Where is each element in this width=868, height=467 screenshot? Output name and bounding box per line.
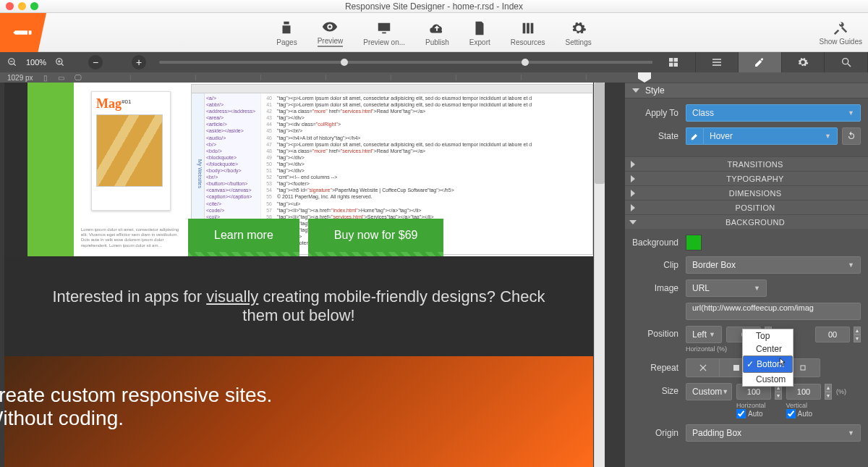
style-section-header[interactable]: Style (625, 83, 868, 98)
image-url-input[interactable]: url(http://www.coffeecup.com/imag (686, 303, 861, 320)
cursor-icon (779, 358, 786, 369)
toolbar-settings-label: Settings (566, 38, 592, 46)
svg-point-3 (842, 59, 848, 64)
repeat-none[interactable] (686, 359, 720, 376)
slider-handle-1[interactable] (341, 59, 348, 66)
size-v-sublabel: Vertical (786, 402, 813, 409)
position-v-step-up[interactable]: ▲ (854, 327, 861, 335)
inspector-panel: Style Apply To Class▼ State Hover▼ TRANS… (625, 83, 868, 467)
lorem-ipsum-text: Lorem ipsum dolor sit amet, consectetur … (81, 227, 182, 248)
toolbar-export[interactable]: Export (461, 17, 499, 48)
position-v-value[interactable]: 00 (815, 327, 850, 342)
inspector-tab-layout[interactable] (652, 52, 696, 72)
dropdown-option-center[interactable]: Center (743, 342, 793, 355)
close-window-button[interactable] (6, 2, 14, 10)
gear-icon (571, 19, 587, 38)
toolbar-resources-label: Resources (511, 38, 545, 46)
inspector-tabs (652, 52, 868, 72)
svg-rect-4 (733, 365, 739, 371)
apply-to-label: Apply To (632, 108, 686, 118)
magazine-issue: #01 (122, 98, 131, 105)
desktop-icon[interactable]: 🖵 (75, 74, 82, 82)
app-logo[interactable] (0, 13, 46, 52)
image-mode-select[interactable]: URL▼ (686, 279, 767, 297)
toolbar-preview[interactable]: Preview (309, 16, 352, 49)
phone-landscape-icon[interactable]: ▭ (58, 74, 64, 82)
minimize-window-button[interactable] (18, 2, 26, 10)
pages-icon (278, 19, 294, 38)
style-section-label: Style (645, 85, 665, 96)
inspector-tab-find[interactable] (825, 52, 868, 72)
slider-plus-button[interactable]: + (132, 55, 146, 70)
dropdown-option-bottom[interactable]: Bottom (743, 355, 793, 373)
magazine-card: Mag#01 (91, 91, 171, 211)
position-label: Position (632, 326, 686, 339)
zoom-bar: 100% − + (0, 52, 868, 72)
background-color-swatch[interactable] (686, 235, 702, 251)
headline-part-a: Interested in apps for (52, 287, 206, 306)
monitor-icon (376, 19, 392, 38)
origin-label: Origin (632, 428, 686, 438)
toolbar-publish[interactable]: Publish (417, 17, 458, 48)
position-h-anchor-select[interactable]: Left▼ (686, 326, 722, 343)
eye-icon (322, 17, 338, 36)
zoom-in-button[interactable] (54, 56, 67, 69)
accordion-dimensions[interactable]: DIMENSIONS (625, 185, 868, 200)
clip-select[interactable]: Border Box▼ (686, 256, 861, 274)
buy-now-label: Buy now for $69 (308, 219, 444, 252)
zoom-window-button[interactable] (30, 2, 38, 10)
canvas-scrollbar[interactable] (594, 83, 605, 467)
slider-handle-2[interactable] (522, 59, 529, 66)
state-reset-button[interactable] (842, 127, 861, 145)
design-canvas[interactable]: Mag#01 Lorem ipsum dolor sit amet, conse… (0, 83, 625, 467)
dropdown-option-top[interactable]: Top (743, 329, 793, 342)
state-icon (686, 127, 703, 145)
hero-heading: Create custom responsive sites. Without … (0, 384, 593, 430)
hero-line-1: Create custom responsive sites. (0, 384, 593, 407)
toolbar-show-guides[interactable]: Show Guides (820, 19, 862, 46)
viewport-marker[interactable] (638, 72, 651, 83)
headline-text: Interested in apps for visually creating… (48, 287, 550, 325)
inspector-tab-style[interactable] (739, 52, 782, 72)
inspector-tab-settings[interactable] (782, 52, 825, 72)
canvas-scroll-thumb[interactable] (595, 83, 605, 184)
image-label: Image (632, 283, 686, 293)
slider-minus-button[interactable]: − (88, 55, 103, 70)
cloud-upload-icon (429, 19, 445, 38)
size-h-auto-checkbox[interactable]: Auto (736, 409, 766, 418)
toolbar-preview-on[interactable]: Preview on... (354, 17, 414, 48)
dropdown-option-custom[interactable]: Custom (743, 373, 793, 386)
viewport-strip: 1029 px ▯ ▭ 🖵 (0, 72, 868, 83)
headline-band: Interested in apps for visually creating… (4, 256, 593, 356)
state-select[interactable]: Hover▼ (703, 127, 838, 145)
accordion-transitions[interactable]: TRANSITIONS (625, 156, 868, 171)
toolbar-publish-label: Publish (425, 38, 449, 46)
main-toolbar: Pages Preview Preview on... Publish Expo… (0, 13, 868, 52)
toolbar-resources[interactable]: Resources (502, 17, 554, 48)
position-v-step-down[interactable]: ▼ (854, 335, 861, 342)
size-h-sublabel: Horizontal (736, 402, 766, 409)
inspector-tab-elements[interactable] (696, 52, 739, 72)
apply-to-select[interactable]: Class▼ (686, 104, 861, 122)
repeat-label: Repeat (632, 363, 686, 373)
zoom-out-button[interactable] (6, 56, 19, 69)
phone-portrait-icon[interactable]: ▯ (43, 74, 48, 82)
accordion-background[interactable]: BACKGROUND (625, 214, 868, 229)
size-v-auto-checkbox[interactable]: Auto (786, 409, 813, 418)
toolbar-settings[interactable]: Settings (557, 17, 600, 48)
export-icon (472, 19, 488, 38)
accordion-position[interactable]: POSITION (625, 200, 868, 214)
buy-now-button[interactable]: Buy now for $69 (308, 219, 444, 258)
headline-link[interactable]: visually (206, 287, 258, 306)
size-label: Size (632, 383, 686, 396)
size-mode-select[interactable]: Custom▼ (686, 383, 732, 400)
position-v-anchor-dropdown[interactable]: Top Center Bottom Custom (742, 329, 793, 387)
accordion-typography[interactable]: TYPOGRAPHY (625, 171, 868, 185)
origin-select[interactable]: Padding Box▼ (686, 424, 861, 442)
hero-line-2: Without coding. (0, 407, 593, 430)
toolbar-pages[interactable]: Pages (268, 17, 305, 48)
viewport-width-label: 1029 px (7, 74, 33, 82)
headline-part-b: creating mobile-friendly designs? Check … (242, 287, 545, 324)
cta-row: Learn more Buy now for $69 (188, 219, 443, 258)
learn-more-button[interactable]: Learn more (188, 219, 299, 258)
